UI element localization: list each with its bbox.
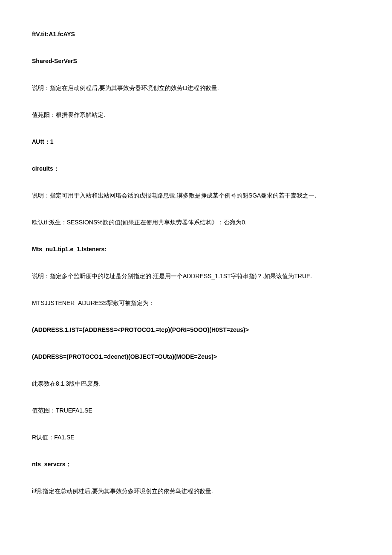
line-15: R认值：FA1.SE: [32, 433, 360, 442]
line-2: 说明：指定在启动例程后,要为其事效劳器环境创立的效劳IJ进程的数量.: [32, 84, 360, 93]
line-16: nts_servcrs：: [32, 460, 360, 469]
line-8: Mts_nu1.tip1.e_1.Isteners:: [32, 245, 360, 254]
line-4: ΛUtt：1: [32, 137, 360, 146]
line-1: Shared-SerVerS: [32, 57, 360, 66]
line-17: it明;指定在总动例桂后,要为其事效分森环境创立的依劳鸟进程的数量.: [32, 487, 360, 496]
line-13: 此泰数在8.1.3版中巴废身.: [32, 379, 360, 388]
line-5: circuits：: [32, 164, 360, 173]
line-10: MTSJJSTENER_ADURESS挈敷可被指定为：: [32, 299, 360, 308]
line-3: 值苑阳：根据畏作系解站定.: [32, 110, 360, 119]
line-6: 说明：指定可用于入站和出站网珞会话的戊报电路息锻.谟多敷是挣成某个例号的魁SGA…: [32, 191, 360, 200]
line-11: (ADDRESS.1.IST=(ADDRESS=<PROTOCO1.=tcp)(…: [32, 325, 360, 334]
line-12: (ADDRESS=(PROTOCO1.=decnet)(OBJECT=OUta)…: [32, 352, 360, 361]
line-0: ftV.tit:A1.fcAYS: [32, 30, 360, 39]
line-7: 欧认tf:派生：SESSIONS%歆的值(如果正在使用共享炊劳器体系结构》：否宛…: [32, 218, 360, 227]
line-14: 值范图：TRUEFA1.SE: [32, 406, 360, 415]
line-9: 说明：指定多个监听度中的圪址是分别指定的.汪是用一个ADDRESS_1.1ST字…: [32, 272, 360, 281]
